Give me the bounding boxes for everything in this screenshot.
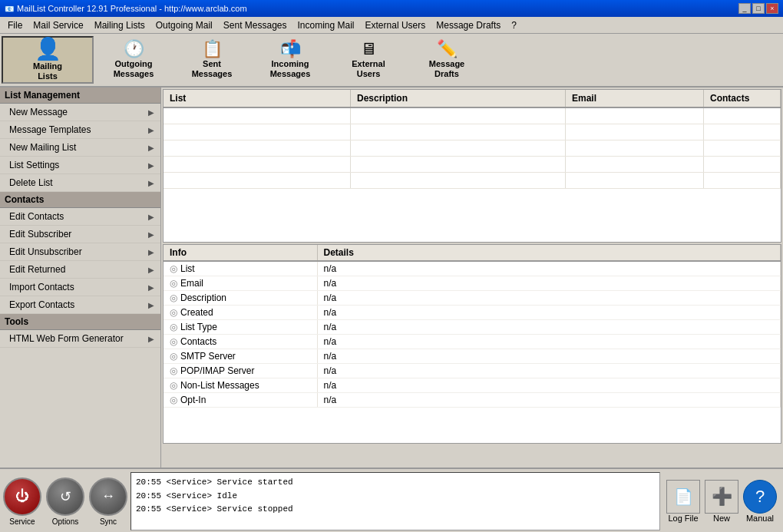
- info-row-value: n/a: [317, 393, 781, 408]
- arrow-icon: ▶: [148, 283, 154, 292]
- window-title: MailList Controller 12.91 Professional -…: [17, 4, 247, 13]
- info-row-value: n/a: [317, 364, 781, 378]
- info-row-icon: ◎: [170, 292, 177, 303]
- close-button[interactable]: ×: [766, 3, 778, 14]
- app-icon: 📧: [5, 5, 14, 13]
- sidebar-item-edit-unsubscriber[interactable]: Edit Unsubscriber ▶: [0, 243, 160, 261]
- arrow-icon: ▶: [148, 213, 154, 221]
- sidebar-item-edit-contacts[interactable]: Edit Contacts ▶: [0, 208, 160, 226]
- new-button[interactable]: ➕: [705, 480, 738, 514]
- menu-incoming-mail[interactable]: Incoming Mail: [293, 18, 359, 32]
- info-row-value: n/a: [317, 291, 781, 306]
- mailing-lists-icon: 👤: [35, 38, 61, 60]
- info-panel: Info Details ◎Listn/a◎Emailn/a◎Descripti…: [163, 244, 781, 444]
- message-drafts-icon: ✏️: [437, 41, 458, 58]
- info-row-label: SMTP Server: [180, 351, 236, 362]
- sidebar-item-html-web-form[interactable]: HTML Web Form Generator ▶: [0, 330, 160, 348]
- sidebar-item-new-message[interactable]: New Message ▶: [0, 104, 160, 121]
- options-icon: ↺: [60, 488, 71, 505]
- sidebar-item-edit-returned[interactable]: Edit Returned ▶: [0, 261, 160, 279]
- sidebar-item-edit-subscriber[interactable]: Edit Subscriber ▶: [0, 226, 160, 243]
- table-row-empty-5: [164, 173, 781, 189]
- info-row-label: List Type: [180, 322, 217, 332]
- info-row-icon: ◎: [170, 380, 177, 391]
- info-row-label: Contacts: [180, 336, 216, 347]
- window-controls[interactable]: _ □ ×: [738, 3, 778, 14]
- info-row: ◎POP/IMAP Servern/a: [164, 364, 781, 378]
- service-button[interactable]: ⏻: [3, 477, 41, 516]
- options-button[interactable]: ↺: [46, 477, 84, 516]
- menu-help[interactable]: ?: [507, 18, 521, 32]
- maximize-button[interactable]: □: [752, 3, 765, 14]
- menu-mailing-lists[interactable]: Mailing Lists: [90, 18, 150, 32]
- info-row: ◎Emailn/a: [164, 276, 781, 291]
- info-row-label: Non-List Messages: [180, 380, 259, 391]
- manual-button[interactable]: ?: [743, 480, 777, 514]
- info-row-value: n/a: [317, 306, 781, 320]
- log-file-button[interactable]: 📄: [666, 480, 700, 514]
- info-row: ◎Non-List Messagesn/a: [164, 378, 781, 393]
- info-row-value: n/a: [317, 320, 781, 335]
- info-row: ◎List Typen/a: [164, 320, 781, 335]
- manual-label: Manual: [746, 514, 774, 523]
- content-area: List Description Email Contacts: [161, 88, 783, 468]
- incoming-messages-icon: 📬: [280, 41, 301, 58]
- toolbar-external-users[interactable]: 🖥 ExternalUsers: [330, 36, 407, 84]
- service-label: Service: [9, 517, 35, 526]
- toolbar-sent-messages[interactable]: 📋 SentMessages: [173, 36, 250, 84]
- sidebar-section-contacts: Contacts: [0, 192, 160, 208]
- arrow-icon: ▶: [148, 248, 154, 256]
- toolbar-outgoing-label: OutgoingMessages: [114, 59, 154, 79]
- menu-file[interactable]: File: [3, 18, 27, 32]
- minimize-button[interactable]: _: [738, 3, 751, 14]
- info-row-value: n/a: [317, 276, 781, 291]
- options-label: Options: [52, 517, 78, 526]
- table-row-empty-2: [164, 124, 781, 140]
- sync-btn-wrap: ↔ Sync: [89, 477, 127, 526]
- col-list: List: [164, 90, 351, 107]
- info-row: ◎SMTP Servern/a: [164, 349, 781, 364]
- info-row: ◎Createdn/a: [164, 306, 781, 320]
- table-row-empty-4: [164, 157, 781, 173]
- menu-message-drafts[interactable]: Message Drafts: [431, 18, 505, 32]
- sidebar-item-new-mailing-list[interactable]: New Mailing List ▶: [0, 139, 160, 157]
- info-row-value: n/a: [317, 349, 781, 364]
- sidebar-item-delete-list[interactable]: Delete List ▶: [0, 174, 160, 192]
- sidebar-item-message-templates[interactable]: Message Templates ▶: [0, 121, 160, 139]
- info-col-details: Details: [317, 245, 781, 261]
- log-line: 20:55 <Service> Idle: [136, 490, 655, 504]
- sidebar-item-export-contacts[interactable]: Export Contacts ▶: [0, 296, 160, 314]
- sidebar-item-import-contacts[interactable]: Import Contacts ▶: [0, 279, 160, 296]
- menu-external-users[interactable]: External Users: [361, 18, 431, 32]
- info-row-icon: ◎: [170, 336, 177, 347]
- arrow-icon: ▶: [148, 144, 154, 152]
- toolbar-message-drafts[interactable]: ✏️ MessageDrafts: [408, 36, 485, 84]
- log-line: 20:55 <Service> Service started: [136, 476, 655, 490]
- col-email: Email: [566, 90, 704, 107]
- bottom-area: ⏻ Service ↺ Options ↔ Sync 20:55 <Servic…: [0, 468, 783, 532]
- menu-outgoing-mail[interactable]: Outgoing Mail: [151, 18, 217, 32]
- menu-sent-messages[interactable]: Sent Messages: [219, 18, 292, 32]
- table-row-empty-1: [164, 107, 781, 124]
- info-row: ◎Opt-Inn/a: [164, 393, 781, 408]
- toolbar-mailing-lists[interactable]: 👤 MailingLists: [2, 36, 94, 84]
- info-row: ◎Descriptionn/a: [164, 291, 781, 306]
- sync-button[interactable]: ↔: [89, 477, 127, 516]
- log-file-label: Log File: [668, 514, 698, 523]
- info-row-value: n/a: [317, 261, 781, 276]
- service-icon: ⏻: [15, 488, 29, 504]
- toolbar-outgoing-messages[interactable]: 🕐 OutgoingMessages: [95, 36, 172, 84]
- menu-bar: File Mail Service Mailing Lists Outgoing…: [0, 17, 783, 34]
- info-row-label: POP/IMAP Server: [180, 365, 254, 376]
- info-row-label: Created: [180, 307, 213, 318]
- toolbar-incoming-messages[interactable]: 📬 IncomingMessages: [252, 36, 329, 84]
- main-table: List Description Email Contacts: [163, 89, 781, 243]
- outgoing-messages-icon: 🕐: [124, 41, 144, 58]
- arrow-icon: ▶: [148, 161, 154, 170]
- sync-label: Sync: [100, 517, 117, 526]
- toolbar-external-label: ExternalUsers: [352, 59, 385, 79]
- sidebar-item-list-settings[interactable]: List Settings ▶: [0, 157, 160, 174]
- log-area: 20:55 <Service> Service started20:55 <Se…: [130, 472, 660, 530]
- toolbar-drafts-label: MessageDrafts: [429, 59, 464, 79]
- menu-mail-service[interactable]: Mail Service: [28, 18, 88, 32]
